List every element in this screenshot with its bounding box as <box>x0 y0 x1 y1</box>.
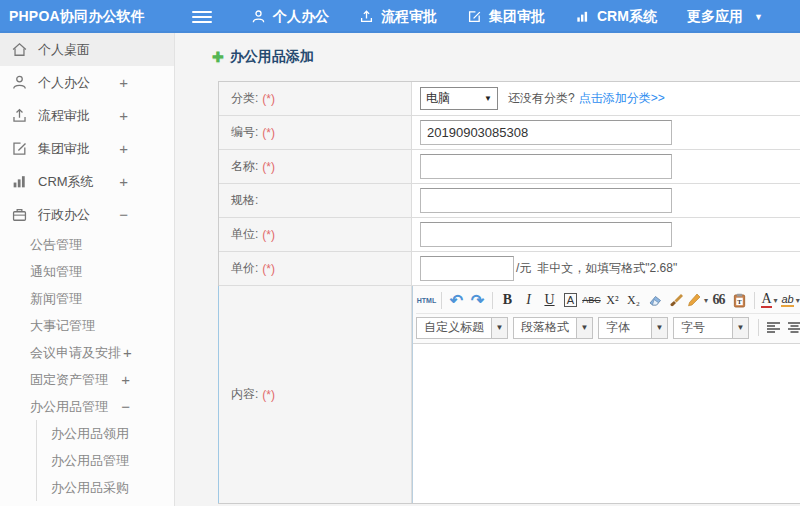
code-input[interactable] <box>420 120 672 145</box>
custom-title-dropdown[interactable]: 自定义标题 ▼ <box>416 317 508 339</box>
sidebar-item-memorabilia[interactable]: 大事记管理 <box>0 312 174 339</box>
html-source-button[interactable]: HTML <box>416 289 437 311</box>
editor-toolbar: HTML ↶ ↷ B I U A ABC X² X₂ <box>413 286 800 344</box>
sidebar-item-label: 集团审批 <box>38 140 90 158</box>
nav-personal-office[interactable]: 个人办公 <box>236 0 344 33</box>
sidebar-item-news[interactable]: 新闻管理 <box>0 285 174 312</box>
expand-icon[interactable]: + <box>119 173 128 190</box>
underline-button[interactable]: U <box>539 289 560 311</box>
form-row-spec: 规格: <box>219 184 800 218</box>
spec-input[interactable] <box>420 188 672 213</box>
strikethrough-button[interactable]: ABC <box>581 289 602 311</box>
sidebar-item-label: 公告管理 <box>30 236 82 254</box>
sidebar-item-label: 个人办公 <box>38 74 90 92</box>
nav-label: 流程审批 <box>381 8 437 26</box>
form-row-name: 名称: (*) <box>219 150 800 184</box>
subscript-button[interactable]: X₂ <box>623 289 644 311</box>
hamburger-menu-icon[interactable] <box>192 11 212 23</box>
name-input[interactable] <box>420 154 672 179</box>
font-color-button[interactable]: A▾ <box>759 289 780 311</box>
sidebar-item-label: 流程审批 <box>38 107 90 125</box>
sidebar-item-supplies-manage[interactable]: 办公用品管理 <box>36 447 174 474</box>
price-unit-suffix: /元 <box>516 260 531 277</box>
paste-text-icon[interactable]: T <box>729 289 750 311</box>
paragraph-format-dropdown[interactable]: 段落格式 ▼ <box>513 317 593 339</box>
add-plus-icon: ✚ <box>212 49 224 65</box>
app-logo: PHPOA协同办公软件 <box>0 8 178 26</box>
format-brush-icon[interactable] <box>665 289 686 311</box>
superscript-button[interactable]: X² <box>602 289 623 311</box>
unit-input[interactable] <box>420 222 672 247</box>
no-category-text: 还没有分类? <box>508 90 575 107</box>
dropdown-arrow-icon: ▼ <box>491 318 507 338</box>
collapse-icon[interactable]: − <box>121 398 130 415</box>
unit-label: 单位: (*) <box>219 218 412 251</box>
add-category-link[interactable]: 点击添加分类>> <box>579 90 665 107</box>
page-title-text: 办公用品添加 <box>230 48 314 66</box>
sidebar-item-meeting[interactable]: 会议申请及安排 + <box>0 339 174 366</box>
required-marker: (*) <box>262 92 275 106</box>
expand-icon[interactable]: + <box>121 371 130 388</box>
nav-group-approval[interactable]: 集团审批 <box>452 0 560 33</box>
sidebar-item-label: 会议申请及安排 <box>30 344 121 362</box>
sidebar-item-fixed-assets[interactable]: 固定资产管理 + <box>0 366 174 393</box>
sidebar-item-personal-office[interactable]: 个人办公 + <box>0 66 174 99</box>
sidebar-item-supplies-purchase[interactable]: 办公用品采购 <box>36 474 174 501</box>
collapse-icon[interactable]: − <box>119 206 128 223</box>
undo-button[interactable]: ↶ <box>446 289 467 311</box>
sidebar-item-notice[interactable]: 通知管理 <box>0 258 174 285</box>
align-center-icon[interactable] <box>784 317 800 339</box>
sidebar-item-label: 行政办公 <box>38 206 90 224</box>
sidebar-item-crm[interactable]: CRM系统 + <box>0 165 174 198</box>
font-size-dropdown[interactable]: 字号 ▼ <box>673 317 749 339</box>
sidebar-item-label: 新闻管理 <box>30 290 82 308</box>
form-row-content: 内容: (*) HTML ↶ ↷ B I U <box>219 286 800 503</box>
sidebar-item-office-supplies[interactable]: 办公用品管理 − <box>0 393 174 420</box>
chart-icon <box>575 9 590 24</box>
price-input[interactable] <box>420 256 514 281</box>
highlight-color-button[interactable]: ab▾ <box>780 289 800 311</box>
sidebar-item-label: 办公用品管理 <box>30 398 108 416</box>
blockquote-button[interactable]: 66 <box>708 289 729 311</box>
italic-button[interactable]: I <box>518 289 539 311</box>
upload-icon <box>359 9 374 24</box>
expand-icon[interactable]: + <box>119 74 128 91</box>
dropdown-arrow-icon: ▾ <box>796 296 800 305</box>
caret-down-icon: ▼ <box>754 12 763 22</box>
form-row-code: 编号: (*) <box>219 116 800 150</box>
nav-crm-system[interactable]: CRM系统 <box>560 0 672 33</box>
top-navigation: 个人办公 流程审批 集团审批 CRM系统 更多应用 ▼ <box>236 0 778 33</box>
category-select[interactable]: 电脑 ▼ <box>420 87 498 110</box>
auto-typeset-icon[interactable]: ▾ <box>686 289 708 311</box>
sidebar-item-admin-office[interactable]: 行政办公 − <box>0 198 174 231</box>
sidebar-item-supplies-claim[interactable]: 办公用品领用 <box>36 420 174 447</box>
sidebar-item-group-approval[interactable]: 集团审批 + <box>0 132 174 165</box>
sidebar-item-desktop[interactable]: 个人桌面 <box>0 33 174 66</box>
expand-icon[interactable]: + <box>123 344 132 361</box>
dropdown-arrow-icon: ▾ <box>774 296 778 305</box>
user-icon <box>11 74 28 91</box>
eraser-icon[interactable] <box>644 289 665 311</box>
dropdown-arrow-icon: ▼ <box>732 318 748 338</box>
code-label: 编号: (*) <box>219 116 412 149</box>
bold-button[interactable]: B <box>497 289 518 311</box>
expand-icon[interactable]: + <box>119 107 128 124</box>
sidebar-item-label: CRM系统 <box>38 173 94 191</box>
sidebar-item-announcement[interactable]: 公告管理 <box>0 231 174 258</box>
redo-button[interactable]: ↷ <box>467 289 488 311</box>
svg-text:T: T <box>737 297 742 304</box>
sidebar-item-label: 通知管理 <box>30 263 82 281</box>
char-border-button[interactable]: A <box>560 289 581 311</box>
sidebar: 个人桌面 个人办公 + 流程审批 + 集团审批 + CRM系统 + 行政办公 − <box>0 33 175 506</box>
sidebar-item-workflow-approval[interactable]: 流程审批 + <box>0 99 174 132</box>
chart-icon <box>11 173 28 190</box>
content-label: 内容: (*) <box>219 286 412 503</box>
align-left-icon[interactable] <box>763 317 784 339</box>
nav-workflow-approval[interactable]: 流程审批 <box>344 0 452 33</box>
page-title: ✚ 办公用品添加 <box>212 48 800 66</box>
expand-icon[interactable]: + <box>119 140 128 157</box>
font-family-dropdown[interactable]: 字体 ▼ <box>598 317 668 339</box>
editor-content-area[interactable] <box>413 344 800 503</box>
nav-more-apps[interactable]: 更多应用 ▼ <box>672 0 778 33</box>
nav-label: CRM系统 <box>597 8 657 26</box>
